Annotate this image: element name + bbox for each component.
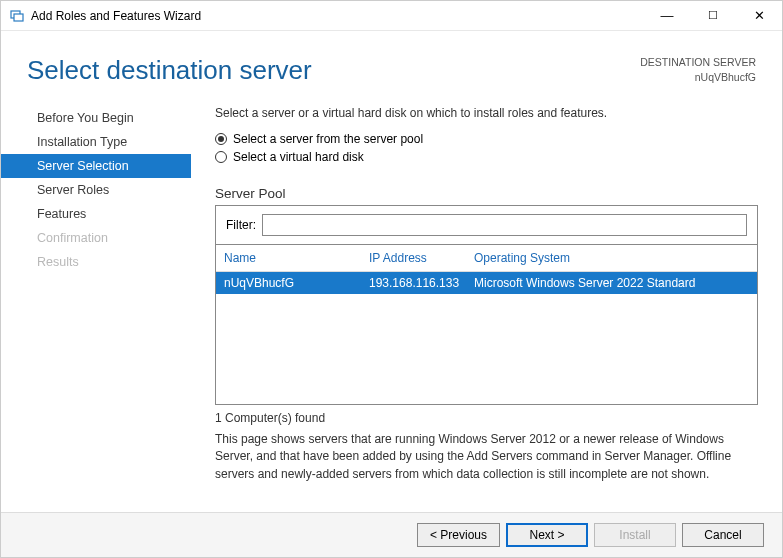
install-button: Install [594, 523, 676, 547]
filter-box: Filter: [215, 205, 758, 245]
radio-icon [215, 133, 227, 145]
sidebar-item-installation-type[interactable]: Installation Type [1, 130, 191, 154]
filter-label: Filter: [226, 218, 256, 232]
cell-os: Microsoft Windows Server 2022 Standard [474, 276, 749, 290]
server-table: Name IP Address Operating System nUqVBhu… [215, 245, 758, 405]
page-title: Select destination server [27, 55, 640, 86]
table-header: Name IP Address Operating System [216, 245, 757, 272]
col-header-ip[interactable]: IP Address [369, 251, 474, 265]
minimize-button[interactable]: — [644, 1, 690, 31]
sidebar-item-confirmation: Confirmation [1, 226, 191, 250]
computer-count: 1 Computer(s) found [215, 411, 758, 425]
instruction-text: Select a server or a virtual hard disk o… [215, 106, 758, 120]
maximize-button[interactable]: ☐ [690, 1, 736, 31]
next-button[interactable]: Next > [506, 523, 588, 547]
app-icon [9, 8, 25, 24]
sidebar-item-before-you-begin[interactable]: Before You Begin [1, 106, 191, 130]
titlebar: Add Roles and Features Wizard — ☐ ✕ [1, 1, 782, 31]
wizard-body: Before You Begin Installation Type Serve… [1, 104, 782, 512]
window-title: Add Roles and Features Wizard [31, 9, 201, 23]
sidebar: Before You Begin Installation Type Serve… [1, 104, 191, 512]
sidebar-item-server-selection[interactable]: Server Selection [1, 154, 191, 178]
previous-button[interactable]: < Previous [417, 523, 500, 547]
destination-label: DESTINATION SERVER [640, 55, 756, 70]
cancel-button[interactable]: Cancel [682, 523, 764, 547]
page-header: Select destination server DESTINATION SE… [1, 31, 782, 104]
radio-vhd[interactable]: Select a virtual hard disk [215, 150, 758, 164]
cell-ip: 193.168.116.133 [369, 276, 474, 290]
window-controls: — ☐ ✕ [644, 1, 782, 31]
info-text: This page shows servers that are running… [215, 431, 758, 483]
radio-label: Select a server from the server pool [233, 132, 423, 146]
col-header-os[interactable]: Operating System [474, 251, 749, 265]
cell-name: nUqVBhucfG [224, 276, 369, 290]
col-header-name[interactable]: Name [224, 251, 369, 265]
sidebar-item-results: Results [1, 250, 191, 274]
svg-rect-1 [14, 14, 23, 21]
radio-label: Select a virtual hard disk [233, 150, 364, 164]
main-panel: Select a server or a virtual hard disk o… [191, 104, 782, 512]
radio-icon [215, 151, 227, 163]
sidebar-item-features[interactable]: Features [1, 202, 191, 226]
radio-server-pool[interactable]: Select a server from the server pool [215, 132, 758, 146]
sidebar-item-server-roles[interactable]: Server Roles [1, 178, 191, 202]
table-row[interactable]: nUqVBhucfG 193.168.116.133 Microsoft Win… [216, 272, 757, 294]
server-pool-label: Server Pool [215, 186, 758, 201]
destination-value: nUqVBhucfG [640, 70, 756, 85]
footer: < Previous Next > Install Cancel [1, 512, 782, 557]
close-button[interactable]: ✕ [736, 1, 782, 31]
filter-input[interactable] [262, 214, 747, 236]
destination-info: DESTINATION SERVER nUqVBhucfG [640, 55, 756, 84]
